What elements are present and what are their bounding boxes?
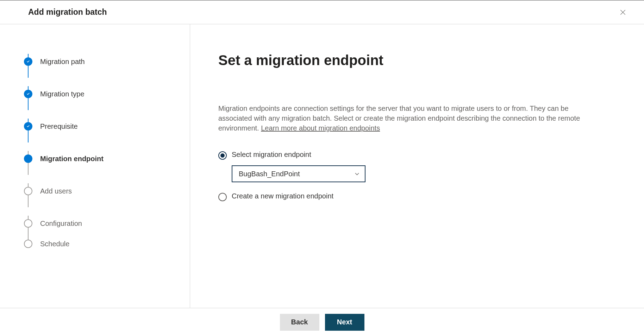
- wizard-header: Add migration batch: [0, 0, 644, 24]
- step-label: Prerequisite: [40, 122, 78, 131]
- radio-label: Select migration endpoint: [232, 151, 311, 159]
- wizard-body: Migration path Migration type Prerequisi…: [0, 24, 644, 336]
- step-label: Migration path: [40, 58, 85, 66]
- step-migration-path[interactable]: Migration path: [24, 45, 190, 78]
- radio-create-endpoint[interactable]: Create a new migration endpoint: [218, 192, 602, 201]
- upcoming-step-icon: [24, 240, 32, 248]
- close-button[interactable]: [616, 5, 630, 19]
- steps-list: Migration path Migration type Prerequisi…: [24, 45, 190, 248]
- radio-unselected-icon: [218, 193, 227, 201]
- wizard-title: Add migration batch: [28, 7, 107, 17]
- upcoming-step-icon: [24, 187, 32, 195]
- wizard-footer: Back Next: [0, 308, 644, 336]
- step-label: Add users: [40, 187, 72, 195]
- check-circle-icon: [24, 122, 32, 131]
- step-label: Migration type: [40, 90, 85, 98]
- radio-selected-icon: [218, 151, 227, 160]
- back-button[interactable]: Back: [280, 314, 319, 331]
- step-schedule[interactable]: Schedule: [24, 240, 190, 248]
- step-label: Schedule: [40, 240, 69, 248]
- endpoint-radio-group: Select migration endpoint BugBash_EndPoi…: [218, 151, 602, 201]
- upcoming-step-icon: [24, 219, 32, 228]
- close-icon: [619, 9, 626, 16]
- step-migration-type[interactable]: Migration type: [24, 78, 190, 110]
- step-add-users[interactable]: Add users: [24, 175, 190, 207]
- page-title: Set a migration endpoint: [218, 52, 602, 68]
- option-select-endpoint: Select migration endpoint BugBash_EndPoi…: [218, 151, 602, 182]
- endpoint-dropdown[interactable]: BugBash_EndPoint: [232, 165, 365, 182]
- current-step-icon: [24, 154, 32, 163]
- check-circle-icon: [24, 90, 32, 98]
- radio-select-endpoint[interactable]: Select migration endpoint: [218, 151, 602, 160]
- step-migration-endpoint[interactable]: Migration endpoint: [24, 142, 190, 175]
- wizard-steps-sidebar: Migration path Migration type Prerequisi…: [0, 24, 190, 336]
- main-content: Set a migration endpoint Migration endpo…: [190, 24, 644, 336]
- step-configuration[interactable]: Configuration: [24, 207, 190, 240]
- radio-label: Create a new migration endpoint: [232, 192, 333, 200]
- check-circle-icon: [24, 57, 32, 66]
- step-label: Configuration: [40, 220, 82, 228]
- learn-more-link[interactable]: Learn more about migration endpoints: [261, 124, 380, 132]
- description-text: Migration endpoints are connection setti…: [218, 103, 602, 133]
- next-button[interactable]: Next: [325, 314, 364, 331]
- step-prerequisite[interactable]: Prerequisite: [24, 110, 190, 142]
- dropdown-value: BugBash_EndPoint: [239, 170, 300, 178]
- step-label: Migration endpoint: [40, 155, 104, 163]
- chevron-down-icon: [354, 171, 360, 177]
